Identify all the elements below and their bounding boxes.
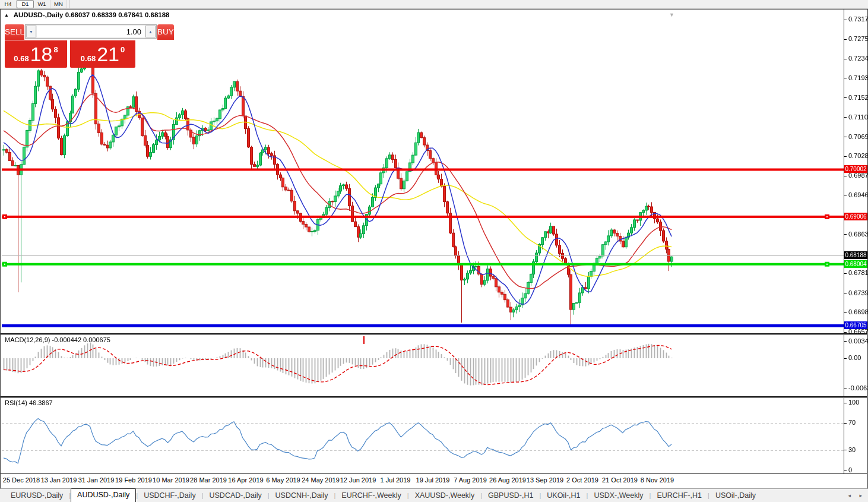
price-axis-tick-mark <box>844 176 847 176</box>
macd-axis-tick-mark <box>844 341 847 342</box>
buy-price-tile[interactable]: 0.68 21 0 <box>70 40 135 68</box>
price-axis-tick-label: 0.67390 <box>848 289 868 296</box>
price-axis-tick-mark <box>844 273 847 274</box>
price-axis-tick-mark <box>844 20 847 20</box>
price-line-badge: 0.66705 <box>844 321 867 329</box>
price-axis-tick-mark <box>844 39 847 40</box>
volume-increase-button[interactable]: ▲ <box>145 26 156 37</box>
chart-symbol-period: AUDUSD-,Daily <box>14 11 64 18</box>
chart-tab-usdcnh-daily[interactable]: USDCNH-,Daily <box>270 490 334 502</box>
date-axis-label: 10 Mar 2019 <box>152 476 190 484</box>
price-axis-tick-mark <box>844 78 847 78</box>
price-axis-tick-mark <box>844 293 847 293</box>
volume-input[interactable] <box>37 26 145 37</box>
date-axis-label: 25 Dec 2018 <box>2 476 40 484</box>
volume-spinner: ▼ ▲ <box>25 24 157 39</box>
price-axis-tick-mark <box>844 332 847 333</box>
sell-price-tile[interactable]: 0.68 18 8 <box>5 40 67 68</box>
chart-tab-usdx-weekly[interactable]: USDX-,Weekly <box>588 490 649 502</box>
macd-axis-tick-label: 0.00 <box>848 354 861 361</box>
chart-title: ▲ AUDUSD-,Daily 0.68037 0.68339 0.67841 … <box>4 11 170 18</box>
macd-indicator-label: MACD(12,26,9) -0.000442 0.000675 <box>5 336 110 343</box>
chart-tab-usoil-daily[interactable]: USOil-,Daily <box>709 490 762 502</box>
price-axis-tick-label: 0.71520 <box>848 94 868 101</box>
current-price-badge: 0.68188 <box>844 251 867 259</box>
price-axis-tick-label: 0.71100 <box>848 113 868 121</box>
macd-axis-tick-mark <box>844 358 847 359</box>
macd-panel-separator[interactable] <box>1 333 867 335</box>
buy-price-sup: 0 <box>121 45 125 54</box>
price-axis-tick-mark <box>844 234 847 235</box>
chart-tab-xauusd-weekly[interactable]: XAUUSD-,Weekly <box>409 490 480 502</box>
spinner-up-icon: ▲ <box>148 30 153 34</box>
tab-scroll-right-icon[interactable]: ▸ <box>859 492 862 498</box>
price-line-badge: 0.69006 <box>844 213 867 220</box>
rsi-axis-tick-label: 0 <box>848 466 852 473</box>
date-axis-label: 8 Nov 2019 <box>638 476 676 484</box>
timeframe-button-mn[interactable]: MN <box>50 0 67 8</box>
one-click-trading-panel: SELL ▼ ▲ BUY 0.68 18 8 0.68 21 0 <box>5 24 135 68</box>
buy-button[interactable]: BUY <box>157 24 174 40</box>
buy-price-big: 21 <box>97 41 119 67</box>
chart-tab-eurusd-daily[interactable]: EURUSD-,Daily <box>5 490 69 502</box>
price-axis-tick-mark <box>844 312 847 313</box>
price-axis-tick-mark <box>844 137 847 137</box>
macd-axis-tick-label: -0.00637 <box>848 384 868 392</box>
collapse-icon[interactable]: ▲ <box>4 12 9 18</box>
price-axis-tick-label: 0.73170 <box>848 15 868 23</box>
spinner-down-icon: ▼ <box>29 30 33 34</box>
macd-panel-canvas[interactable] <box>2 336 844 396</box>
rsi-axis-tick-mark <box>844 450 847 450</box>
chart-tab-eurchf-weekly[interactable]: EURCHF-,Weekly <box>335 490 407 502</box>
price-axis-tick-mark <box>844 117 847 118</box>
price-axis-tick-label: 0.72340 <box>848 55 868 62</box>
price-axis-tick-mark <box>844 59 847 59</box>
sell-button[interactable]: SELL <box>5 24 24 40</box>
toolbar-separator <box>69 0 69 8</box>
trading-terminal: H4D1W1MN ▲ AUDUSD-,Daily 0.68037 0.68339… <box>0 0 868 502</box>
rsi-axis-tick-mark <box>844 403 847 403</box>
tab-scroll-left-icon[interactable]: ◂ <box>848 492 851 498</box>
chart-tab-ukoil-h1[interactable]: UKOil-,H1 <box>541 490 586 502</box>
rsi-panel-separator[interactable] <box>1 396 867 398</box>
buy-price-prefix: 0.68 <box>81 54 96 63</box>
chart-shift-marker-icon[interactable]: ▼ <box>669 12 674 18</box>
date-axis-border <box>1 473 867 474</box>
sell-price-prefix: 0.68 <box>14 54 28 63</box>
date-axis-label: 16 Apr 2019 <box>227 476 265 484</box>
date-axis-label: 21 Oct 2019 <box>601 476 639 484</box>
chart-tab-usdchf-daily[interactable]: USDCHF-,Daily <box>138 490 202 502</box>
price-axis-tick-label: 0.70690 <box>848 133 868 140</box>
timeframe-button-w1[interactable]: W1 <box>34 0 50 8</box>
price-line-badge: 0.68004 <box>844 260 867 268</box>
date-axis-label: 24 May 2019 <box>302 476 340 484</box>
sell-price-sup: 8 <box>53 45 58 54</box>
chart-tab-audusd-daily[interactable]: AUDUSD-,Daily <box>71 488 136 502</box>
rsi-axis-tick-label: 30 <box>848 446 856 453</box>
chart-tab-eurchf-h1[interactable]: EURCHF-,H1 <box>651 490 708 502</box>
price-axis-tick-label: 0.66980 <box>848 308 868 315</box>
date-axis-label: 13 Sep 2019 <box>526 476 564 484</box>
date-axis-label: 7 Aug 2019 <box>451 476 489 484</box>
chart-tab-usdcad-daily[interactable]: USDCAD-,Daily <box>203 490 267 502</box>
date-axis-label: 31 Jan 2019 <box>77 476 115 484</box>
date-axis-label: 2 Oct 2019 <box>563 476 601 484</box>
date-axis-label: 26 Aug 2019 <box>489 476 527 484</box>
date-axis-label: 6 May 2019 <box>264 476 302 484</box>
date-axis-label: 19 Jul 2019 <box>414 476 452 484</box>
chart-tab-gbpusd-h1[interactable]: GBPUSD-,H1 <box>482 490 539 502</box>
volume-decrease-button[interactable]: ▼ <box>26 26 36 37</box>
date-axis-label: 12 Jun 2019 <box>339 476 377 484</box>
price-axis-tick-label: 0.71930 <box>848 74 868 81</box>
date-axis-label: 19 Feb 2019 <box>115 476 153 484</box>
macd-axis-tick-mark <box>844 389 847 389</box>
price-axis-tick-label: 0.68630 <box>848 231 868 238</box>
sell-price-big: 18 <box>30 41 53 67</box>
timeframe-button-d1[interactable]: D1 <box>17 0 34 8</box>
tab-scroll-arrows: ◂ ▸ <box>841 492 868 498</box>
rsi-panel-canvas[interactable] <box>2 399 844 473</box>
date-axis-label: 28 Mar 2019 <box>189 476 227 484</box>
chart-tabs: EURUSD-,Daily|AUDUSD-,Daily|USDCHF-,Dail… <box>0 489 762 502</box>
timeframe-button-h4[interactable]: H4 <box>0 0 17 8</box>
date-axis-label: 1 Jul 2019 <box>376 476 414 484</box>
